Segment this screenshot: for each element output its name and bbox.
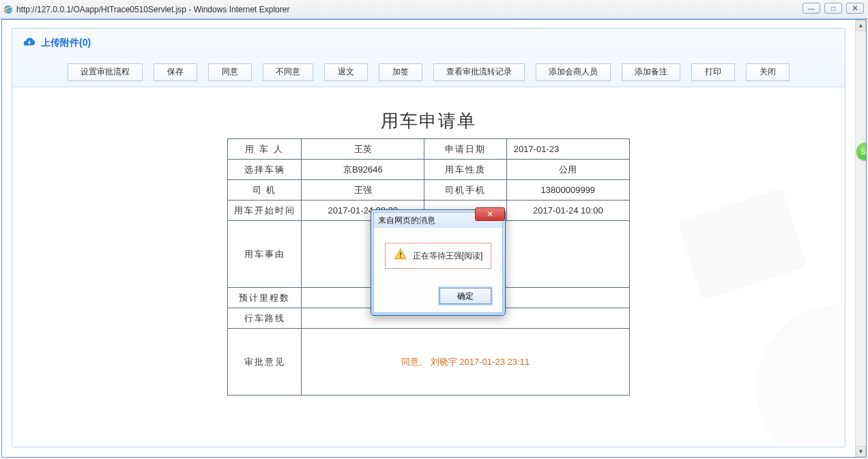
approval-text: 同意。 刘晓宇 2017-01-23 23:11 [401, 357, 530, 367]
value-apply-date: 2017-01-23 [506, 139, 629, 160]
label-vehicle: 选择车辆 [228, 160, 302, 180]
cloud-upload-icon [22, 36, 37, 50]
table-row: 选择车辆 京B92646 用车性质 公用 [228, 160, 630, 180]
add-member-button[interactable]: 添加会商人员 [536, 63, 611, 81]
label-route: 行车路线 [228, 308, 302, 329]
scroll-up-arrow-icon[interactable]: ▲ [856, 20, 866, 31]
toolbar: 设置审批流程 保存 同意 不同意 退文 加签 查看审批流转记录 添加会商人员 添… [12, 57, 845, 87]
add-sign-button[interactable]: 加签 [379, 63, 422, 81]
dialog-message: 正在等待王强[阅读] [413, 250, 483, 262]
label-reason: 用车事由 [228, 221, 302, 288]
dialog-alert-row: 正在等待王强[阅读] [385, 243, 492, 269]
table-row: 用 车 人 王英 申请日期 2017-01-23 [228, 139, 630, 160]
value-nature: 公用 [506, 160, 629, 180]
label-driver: 司 机 [228, 180, 302, 201]
dialog-ok-button[interactable]: 确定 [439, 288, 491, 304]
close-button[interactable]: 关闭 [746, 63, 790, 81]
browser-titlebar: http://127.0.0.1/OAapp/HtTrace0510Servle… [0, 0, 868, 19]
attachment-bar: 上传附件(0) [12, 29, 845, 57]
set-process-button[interactable]: 设置审批流程 [68, 63, 143, 81]
message-dialog: 来自网页的消息 ✕ 正在等待王强[阅读] 确定 [371, 209, 506, 316]
value-approval: 同意。 刘晓宇 2017-01-23 23:11 [302, 329, 630, 396]
upload-attachment-link[interactable]: 上传附件(0) [22, 36, 91, 50]
label-nature: 用车性质 [424, 160, 506, 180]
viewport: ▲ ▼ 55 上传附件(0) 设置审批流程 保存 同意 不同意 退文 加签 查看… [1, 19, 867, 458]
close-icon: ✕ [487, 209, 493, 219]
upload-attachment-label: 上传附件(0) [41, 37, 91, 49]
dialog-titlebar[interactable]: 来自网页的消息 ✕ [374, 213, 502, 228]
agree-button[interactable]: 同意 [208, 63, 252, 81]
svg-rect-3 [400, 256, 401, 258]
label-applicant: 用 车 人 [228, 139, 302, 160]
value-vehicle: 京B92646 [302, 160, 424, 180]
dialog-body: 正在等待王强[阅读] 确定 [374, 228, 502, 312]
disagree-button[interactable]: 不同意 [263, 63, 313, 81]
label-apply-date: 申请日期 [424, 139, 506, 160]
ie-icon [3, 4, 14, 15]
value-end-time: 2017-01-24 10:00 [506, 201, 629, 221]
svg-rect-2 [400, 252, 401, 256]
browser-url-title: http://127.0.0.1/OAapp/HtTrace0510Servle… [16, 5, 289, 14]
vertical-scrollbar[interactable]: ▲ ▼ [855, 20, 866, 457]
dialog-close-button[interactable]: ✕ [475, 207, 505, 221]
return-button[interactable]: 退文 [324, 63, 368, 81]
label-approval: 审批意见 [228, 329, 302, 396]
form-title: 用车申请单 [176, 109, 681, 133]
print-button[interactable]: 打印 [691, 63, 735, 81]
window-controls: — □ ✕ [802, 3, 864, 14]
value-applicant: 王英 [302, 139, 424, 160]
warning-icon [394, 248, 407, 264]
save-button[interactable]: 保存 [154, 63, 197, 81]
label-driver-phone: 司机手机 [424, 180, 506, 201]
window-close-button[interactable]: ✕ [846, 3, 864, 14]
window-maximize-button[interactable]: □ [824, 3, 842, 14]
view-flow-button[interactable]: 查看审批流转记录 [433, 63, 525, 81]
label-start-time: 用车开始时间 [228, 201, 302, 221]
table-row: 司 机 王强 司机手机 13800009999 [228, 180, 630, 201]
label-mileage: 预计里程数 [228, 288, 302, 308]
value-driver: 王强 [302, 180, 424, 201]
scroll-down-arrow-icon[interactable]: ▼ [856, 446, 866, 457]
table-row: 审批意见 同意。 刘晓宇 2017-01-23 23:11 [228, 329, 630, 396]
value-driver-phone: 13800009999 [506, 180, 629, 201]
add-remark-button[interactable]: 添加备注 [622, 63, 680, 81]
window-minimize-button[interactable]: — [802, 3, 820, 14]
dialog-title-text: 来自网页的消息 [378, 215, 435, 226]
